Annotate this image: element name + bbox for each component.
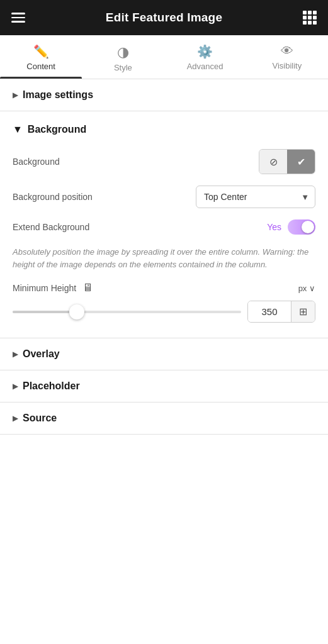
unit-label: px (298, 284, 307, 293)
no-bg-icon: ⊘ (269, 156, 278, 168)
unit-selector[interactable]: px ∨ (298, 284, 315, 293)
background-no-button[interactable]: ⊘ (259, 150, 287, 174)
background-section-label: Background (28, 124, 86, 135)
source-section-header[interactable]: ▶ Source (13, 413, 315, 424)
placeholder-section: ▶ Placeholder (0, 370, 328, 402)
hamburger-menu-icon[interactable] (11, 13, 25, 23)
background-yes-button[interactable]: ✔ (287, 150, 315, 174)
slider-thumb[interactable] (69, 304, 84, 319)
minimum-height-row: Minimum Height 🖥 px ∨ (13, 282, 315, 294)
placeholder-arrow-icon: ▶ (13, 382, 18, 391)
pencil-icon: ✏️ (33, 44, 49, 59)
background-position-label: Background position (13, 192, 93, 202)
background-arrow-icon: ▼ (13, 124, 23, 135)
apps-grid-icon[interactable] (303, 11, 317, 25)
unit-chevron-icon: ∨ (309, 284, 315, 293)
half-circle-icon: ◑ (117, 44, 129, 60)
image-settings-label: Image settings (23, 89, 93, 101)
minimum-height-left: Minimum Height 🖥 (13, 282, 93, 294)
minimum-height-label: Minimum Height (13, 283, 76, 293)
monitor-icon: 🖥 (82, 282, 93, 294)
check-icon: ✔ (297, 156, 305, 168)
overlay-section-header[interactable]: ▶ Overlay (13, 348, 315, 360)
extend-background-row: Extend Background Yes (13, 219, 315, 235)
source-arrow-icon: ▶ (13, 414, 18, 423)
toggle-knob (302, 221, 314, 233)
placeholder-label: Placeholder (23, 380, 80, 392)
database-icon: ⊞ (299, 306, 307, 318)
header: Edit Featured Image (0, 0, 328, 35)
minimum-height-slider-row: ⊞ (13, 301, 315, 323)
background-label: Background (13, 157, 60, 167)
eye-icon: 👁 (281, 44, 293, 58)
extend-background-toggle-group: Yes (267, 219, 315, 235)
slider-fill (13, 311, 77, 313)
background-toggle-group: ⊘ ✔ (259, 149, 315, 174)
background-section: ▼ Background Background ⊘ ✔ Background p… (0, 111, 328, 338)
overlay-arrow-icon: ▶ (13, 350, 18, 358)
image-settings-arrow-icon: ▶ (13, 91, 18, 99)
background-position-row: Background position Top Left Top Center … (13, 186, 315, 208)
extend-background-description: Absolutely position the image by spreadi… (13, 246, 315, 270)
source-section: ▶ Source (0, 402, 328, 435)
overlay-section: ▶ Overlay (0, 338, 328, 370)
image-settings-header[interactable]: ▶ Image settings (13, 89, 315, 101)
tab-advanced[interactable]: ⚙️ Advanced (164, 35, 246, 79)
background-position-select-wrapper: Top Left Top Center Top Right Center Lef… (196, 186, 315, 208)
minimum-height-input[interactable] (248, 301, 291, 322)
tab-content[interactable]: ✏️ Content (0, 35, 82, 79)
extend-background-toggle[interactable] (288, 219, 315, 235)
slider-input-group: ⊞ (247, 301, 315, 323)
background-position-select[interactable]: Top Left Top Center Top Right Center Lef… (196, 186, 315, 208)
background-field-row: Background ⊘ ✔ (13, 149, 315, 174)
toggle-yes-label: Yes (267, 222, 281, 232)
tab-bar: ✏️ Content ◑ Style ⚙️ Advanced 👁 Visibil… (0, 35, 328, 79)
stack-icon-button[interactable]: ⊞ (291, 301, 315, 322)
source-label: Source (23, 413, 57, 424)
overlay-label: Overlay (23, 348, 60, 360)
tab-style[interactable]: ◑ Style (82, 35, 164, 79)
page-title: Edit Featured Image (106, 11, 222, 25)
image-settings-section: ▶ Image settings (0, 79, 328, 111)
slider-track[interactable] (13, 311, 241, 313)
placeholder-section-header[interactable]: ▶ Placeholder (13, 380, 315, 392)
tab-visibility[interactable]: 👁 Visibility (246, 35, 328, 79)
extend-background-label: Extend Background (13, 222, 89, 232)
background-section-header[interactable]: ▼ Background (13, 124, 315, 135)
gear-icon: ⚙️ (197, 44, 213, 59)
